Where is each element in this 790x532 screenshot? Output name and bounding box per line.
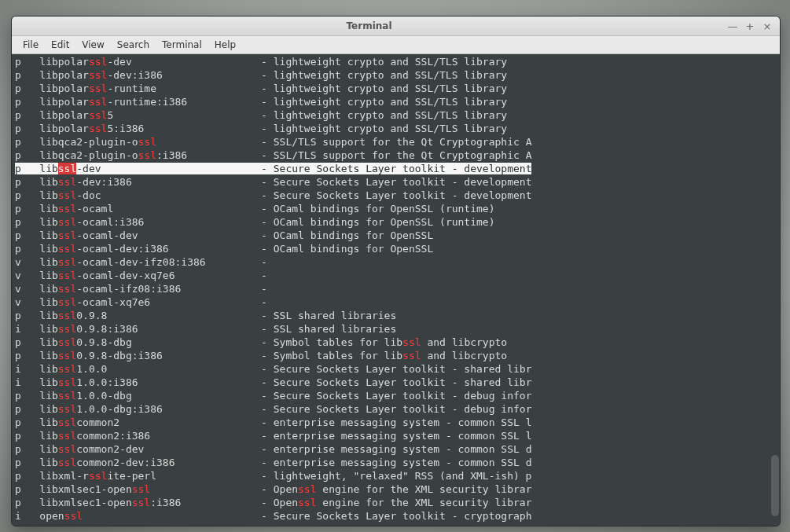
package-line: p libqca2-plugin-ossl - SSL/TLS support … xyxy=(15,135,777,149)
package-line: p libxmlsec1-openssl:i386 - Openssl engi… xyxy=(15,496,777,509)
package-line: p libpolarssl-runtime:i386 - lightweight… xyxy=(15,95,777,108)
maximize-button[interactable]: + xyxy=(744,20,756,32)
window-title: Terminal xyxy=(12,20,726,31)
menu-item-terminal[interactable]: Terminal xyxy=(156,38,208,52)
package-line: i openssl - Secure Sockets Layer toolkit… xyxy=(15,509,777,523)
package-line: p libssl-doc - Secure Sockets Layer tool… xyxy=(15,189,777,202)
package-line: p libpolarssl5 - lightweight crypto and … xyxy=(15,108,777,122)
package-line: p libssl1.0.0-dbg - Secure Sockets Layer… xyxy=(15,389,777,402)
package-line: p libssl-dev:i386 - Secure Sockets Layer… xyxy=(15,175,777,189)
package-line: v libssl-ocaml-dev-ifz08:i386 - xyxy=(15,255,777,269)
package-line: p libpolarssl-dev - lightweight crypto a… xyxy=(15,55,777,68)
package-line: v libssl-ocaml-ifz08:i386 - xyxy=(15,282,777,295)
menu-item-view[interactable]: View xyxy=(75,38,110,52)
package-line: p libssl-ocaml - OCaml bindings for Open… xyxy=(15,202,777,215)
package-line: p libpolarssl-dev:i386 - lightweight cry… xyxy=(15,68,777,82)
titlebar[interactable]: Terminal — + × xyxy=(12,17,780,36)
package-line: p libsslcommon2-dev:i386 - enterprise me… xyxy=(15,456,777,469)
package-line: p libssl0.9.8 - SSL shared libraries xyxy=(15,309,777,322)
package-line: p libssl-ocaml-dev:i386 - OCaml bindings… xyxy=(15,242,777,255)
menubar: FileEditViewSearchTerminalHelp xyxy=(12,36,780,54)
window-controls: — + × xyxy=(726,20,773,32)
scrollbar-thumb[interactable] xyxy=(771,455,779,516)
package-line: v libssl-ocaml-xq7e6 - xyxy=(15,295,777,309)
package-line: p libsslcommon2-dev - enterprise messagi… xyxy=(15,442,777,456)
terminal-output[interactable]: p libpolarssl-dev - lightweight crypto a… xyxy=(12,54,780,526)
package-line: p libqca2-plugin-ossl:i386 - SSL/TLS sup… xyxy=(15,149,777,162)
menu-item-help[interactable]: Help xyxy=(208,38,242,52)
package-line: p libssl-ocaml:i386 - OCaml bindings for… xyxy=(15,215,777,229)
minimize-button[interactable]: — xyxy=(726,20,739,32)
menu-item-file[interactable]: File xyxy=(17,38,45,52)
package-line: i libssl1.0.0 - Secure Sockets Layer too… xyxy=(15,362,777,376)
package-line: p libssl-ocaml-dev - OCaml bindings for … xyxy=(15,229,777,242)
menu-item-search[interactable]: Search xyxy=(111,38,156,52)
package-line: p libssl0.9.8-dbg - Symbol tables for li… xyxy=(15,336,777,349)
package-line: p libpolarssl5:i386 - lightweight crypto… xyxy=(15,122,777,135)
close-button[interactable]: × xyxy=(761,20,773,32)
terminal-window: Terminal — + × FileEditViewSearchTermina… xyxy=(11,16,781,526)
package-line: p libpolarssl-runtime - lightweight cryp… xyxy=(15,82,777,95)
package-line: i libssl1.0.0:i386 - Secure Sockets Laye… xyxy=(15,376,777,389)
scrollbar[interactable] xyxy=(770,54,780,526)
package-line: p libssl1.0.0-dbg:i386 - Secure Sockets … xyxy=(15,402,777,416)
package-line: v libssl-ocaml-dev-xq7e6 - xyxy=(15,269,777,282)
package-line: p libsslcommon2:i386 - enterprise messag… xyxy=(15,429,777,442)
package-line: i libssl0.9.8:i386 - SSL shared librarie… xyxy=(15,322,777,336)
package-line: p libssl0.9.8-dbg:i386 - Symbol tables f… xyxy=(15,349,777,362)
package-line: p libxml-rsslite-perl - lightweight, "re… xyxy=(15,469,777,482)
package-line: p libxmlsec1-openssl - Openssl engine fo… xyxy=(15,482,777,496)
menu-item-edit[interactable]: Edit xyxy=(45,38,75,52)
package-line: p libssl-dev - Secure Sockets Layer tool… xyxy=(15,162,777,175)
package-line: p libsslcommon2 - enterprise messaging s… xyxy=(15,416,777,429)
